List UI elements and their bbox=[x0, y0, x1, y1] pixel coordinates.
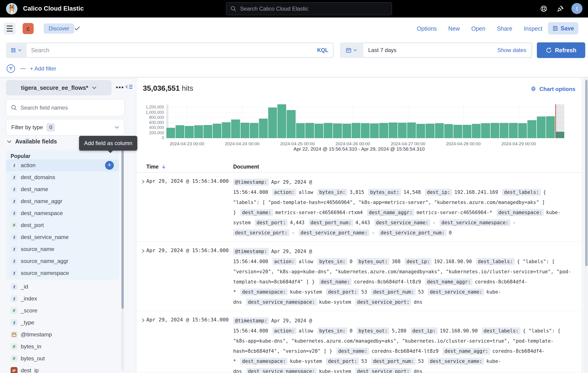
global-search-input[interactable] bbox=[240, 6, 388, 12]
field-item-@timestamp[interactable]: @timestamp bbox=[6, 329, 119, 341]
field-item-dest_port[interactable]: #dest_port bbox=[6, 219, 119, 231]
doc-field-name: dest_name: bbox=[336, 348, 369, 354]
date-quick-menu-button[interactable] bbox=[340, 42, 363, 58]
field-item-dest_namespace[interactable]: tdest_namespace bbox=[6, 207, 119, 219]
y-axis-tick-label: 800,000 bbox=[136, 115, 164, 120]
doc-field-name: dest_name_aggr: bbox=[443, 348, 490, 354]
menu-hamburger-button[interactable] bbox=[4, 22, 16, 35]
histogram-bar bbox=[509, 123, 518, 138]
query-language-button[interactable]: KQL bbox=[317, 47, 328, 53]
histogram-bar bbox=[472, 124, 481, 138]
field-item-action[interactable]: taction+ bbox=[6, 159, 119, 171]
global-search[interactable] bbox=[226, 2, 392, 15]
refresh-icon bbox=[546, 47, 552, 53]
expand-row-button[interactable] bbox=[136, 316, 146, 373]
doc-field-value: allow bbox=[299, 328, 313, 334]
menu-inspect[interactable]: Inspect bbox=[524, 25, 542, 32]
chart-time-range-caption: Apr 22, 2024 @ 15:56:54.310 - Apr 29, 20… bbox=[136, 146, 582, 152]
help-icon[interactable] bbox=[539, 4, 548, 13]
column-header-time[interactable]: Time bbox=[146, 164, 233, 170]
text-type-icon: t bbox=[10, 234, 18, 241]
field-item-dest_name[interactable]: tdest_name bbox=[6, 183, 119, 195]
sidebar-scrollbar-thumb[interactable] bbox=[121, 150, 124, 309]
field-item-_type[interactable]: t_type bbox=[6, 317, 119, 329]
column-header-document[interactable]: Document bbox=[233, 164, 582, 170]
field-item-dest_service_name[interactable]: tdest_service_name bbox=[6, 231, 119, 243]
field-search-input[interactable] bbox=[21, 104, 120, 111]
histogram-bar-partial bbox=[556, 132, 564, 138]
calico-logo[interactable] bbox=[6, 3, 18, 14]
field-name: dest_port bbox=[21, 222, 44, 228]
field-item-dest_name_aggr[interactable]: tdest_name_aggr bbox=[6, 195, 119, 207]
save-button[interactable]: Save bbox=[548, 22, 578, 35]
doc-field-value: 308 bbox=[392, 259, 400, 264]
doc-field-name: dest_port: bbox=[326, 358, 359, 365]
index-pattern-selector[interactable]: tigera_secure_ee_flows* bbox=[6, 80, 112, 95]
doc-field-value: kube-system bbox=[290, 359, 322, 364]
histogram-chart[interactable]: 0200,000400,000600,000800,0001,000,0001,… bbox=[166, 104, 564, 138]
field-item-_id[interactable]: t_id bbox=[6, 281, 119, 293]
row-document-summary: @timestamp:Apr 29, 2024 @ 15:56:44.000ac… bbox=[233, 316, 582, 373]
kql-query-input[interactable] bbox=[31, 47, 317, 54]
search-icon bbox=[231, 6, 236, 12]
filter-menu-icon[interactable] bbox=[6, 64, 16, 73]
time-range-value[interactable]: Last 7 days bbox=[368, 47, 497, 53]
text-type-icon: t bbox=[10, 319, 18, 326]
doc-field-value: dns bbox=[414, 299, 422, 305]
field-item-source_namespace[interactable]: tsource_namespace bbox=[6, 267, 119, 279]
menu-new[interactable]: New bbox=[448, 25, 460, 32]
popular-section-label: Popular bbox=[6, 150, 119, 159]
user-avatar[interactable]: t bbox=[571, 3, 582, 14]
row-document-summary: @timestamp:Apr 29, 2024 @ 15:56:44.000ac… bbox=[233, 177, 582, 238]
field-filters-icon[interactable] bbox=[116, 84, 124, 90]
histogram-bar bbox=[500, 123, 508, 138]
histogram-bar bbox=[176, 125, 184, 138]
page-scrollbar-thumb[interactable] bbox=[585, 80, 588, 266]
breadcrumb-discover[interactable]: Discover bbox=[43, 23, 74, 34]
field-name: _index bbox=[21, 295, 37, 302]
news-popper-icon[interactable] bbox=[556, 4, 565, 13]
histogram-bar bbox=[407, 122, 416, 138]
histogram-bar bbox=[185, 126, 194, 138]
available-fields-accordion[interactable]: Available fields bbox=[7, 138, 57, 145]
chart-options-button[interactable]: Chart options bbox=[530, 86, 575, 92]
field-name: dest_service_name bbox=[21, 234, 69, 240]
doc-field-name: bytes_out: bbox=[357, 327, 389, 334]
saved-query-menu-button[interactable] bbox=[6, 42, 26, 58]
text-type-icon: t bbox=[10, 186, 18, 193]
field-search-box[interactable] bbox=[6, 99, 125, 116]
doc-field-name: dest_port: bbox=[255, 219, 288, 226]
menu-share[interactable]: Share bbox=[497, 25, 513, 32]
show-dates-link[interactable]: Show dates bbox=[497, 47, 526, 53]
menu-open[interactable]: Open bbox=[472, 25, 485, 32]
collapse-sidebar-icon[interactable] bbox=[125, 83, 133, 91]
doc-field-value: coredns-8cb684df4-lt8z9 bbox=[354, 279, 421, 285]
doc-field-value: kube-system bbox=[319, 299, 351, 305]
expand-row-button[interactable] bbox=[136, 177, 146, 238]
filter-bar: + Add filter bbox=[6, 63, 56, 75]
hits-count: 35,036,551 hits bbox=[143, 84, 193, 92]
add-field-as-column-button[interactable]: + bbox=[105, 161, 114, 170]
field-item-bytes_in[interactable]: #bytes_in bbox=[6, 341, 119, 353]
menu-options[interactable]: Options bbox=[417, 25, 437, 32]
filter-by-type-select[interactable]: Filter by type 0 bbox=[6, 119, 125, 136]
add-filter-link[interactable]: + Add filter bbox=[30, 65, 56, 72]
field-item-dest_ip[interactable]: IPdest_ip bbox=[6, 364, 119, 373]
expand-row-button[interactable] bbox=[136, 246, 146, 307]
histogram-bar bbox=[435, 123, 444, 138]
refresh-button[interactable]: Refresh bbox=[537, 42, 585, 58]
search-icon bbox=[11, 104, 17, 111]
field-item-source_name_aggr[interactable]: tsource_name_aggr bbox=[6, 255, 119, 267]
space-badge[interactable]: c bbox=[22, 23, 34, 34]
field-name: bytes_out bbox=[21, 355, 45, 362]
doc-field-name: dest_port_num: bbox=[309, 219, 353, 226]
doc-field-value: 0 bbox=[349, 328, 353, 334]
document-row: Apr 29, 2024 @ 15:56:34.000@timestamp:Ap… bbox=[136, 242, 582, 311]
field-item-_index[interactable]: t_index bbox=[6, 293, 119, 305]
field-item-source_name[interactable]: tsource_name bbox=[6, 243, 119, 255]
field-item-_score[interactable]: #_score bbox=[6, 305, 119, 317]
doc-field-value: 4,443 bbox=[290, 220, 304, 225]
field-item-bytes_out[interactable]: #bytes_out bbox=[6, 353, 119, 364]
field-item-dest_domains[interactable]: tdest_domains bbox=[6, 171, 119, 183]
discover-app: Calico Cloud Elastic t bbox=[0, 0, 588, 373]
